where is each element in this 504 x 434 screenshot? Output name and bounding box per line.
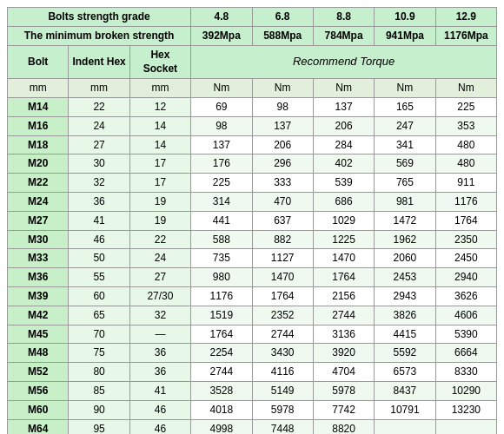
- table-row: M16241498137206247353: [8, 116, 497, 135]
- hex-cell: 32: [129, 306, 190, 325]
- indent-unit: mm: [69, 79, 129, 98]
- nm3-cell: 1470: [313, 249, 374, 268]
- nm2-cell: 1470: [252, 268, 313, 287]
- main-container: Bolts strength grade 4.8 6.8 8.8 10.9 12…: [0, 0, 504, 434]
- nm5-cell: 911: [435, 174, 496, 193]
- grade-109: 10.9: [375, 8, 435, 27]
- recommend-torque-header: Recommend Torque: [191, 45, 497, 79]
- grade-48: 4.8: [191, 8, 252, 27]
- mpa-68: 588Mpa: [252, 26, 313, 45]
- bolt-cell: M36: [8, 268, 69, 287]
- bolt-cell: M22: [8, 174, 69, 193]
- hex-cell: 46: [129, 400, 190, 419]
- nm5-cell: 1176: [435, 192, 496, 211]
- nm5-cell: 10290: [435, 381, 496, 400]
- nm4-cell: 8437: [375, 381, 435, 400]
- mpa-48: 392Mpa: [191, 26, 252, 45]
- nm5-cell: 5390: [435, 325, 496, 344]
- indent-cell: 80: [69, 363, 129, 382]
- nm5-cell: 4606: [435, 306, 496, 325]
- torque-table: Bolts strength grade 4.8 6.8 8.8 10.9 12…: [7, 7, 497, 434]
- min-broken-label: The minimum broken strength: [8, 26, 191, 45]
- bolt-cell: M16: [8, 116, 69, 135]
- table-row: M304622588882122519622350: [8, 230, 497, 249]
- bolt-cell: M60: [8, 400, 69, 419]
- nm5-cell: 480: [435, 155, 496, 174]
- nm4-cell: 10791: [375, 400, 435, 419]
- table-row: M52803627444116470465738330: [8, 363, 497, 382]
- nm3-cell: 7742: [313, 400, 374, 419]
- hex-cell: 17: [129, 155, 190, 174]
- bolt-cell: M48: [8, 344, 69, 363]
- nm2-cell: 1764: [252, 286, 313, 306]
- nm4-unit: Nm: [375, 79, 435, 98]
- nm2-cell: 882: [252, 230, 313, 249]
- nm4-cell: 2060: [375, 249, 435, 268]
- mpa-129: 1176Mpa: [435, 26, 496, 45]
- bolt-cell: M14: [8, 97, 69, 116]
- nm2-cell: 470: [252, 192, 313, 211]
- bolt-cell: M27: [8, 211, 69, 230]
- bolt-cell: M39: [8, 286, 69, 306]
- bolt-cell: M45: [8, 325, 69, 344]
- col-header-row: Bolt Indent Hex Hex Socket Recommend Tor…: [8, 45, 497, 79]
- nm4-cell: 247: [375, 116, 435, 135]
- nm5-cell: 3626: [435, 286, 496, 306]
- hex-cell: 24: [129, 249, 190, 268]
- nm1-cell: 980: [191, 268, 252, 287]
- nm2-cell: 5978: [252, 400, 313, 419]
- indent-cell: 50: [69, 249, 129, 268]
- grade-label-cell: Bolts strength grade: [8, 8, 191, 27]
- nm3-cell: 539: [313, 174, 374, 193]
- table-row: M203017176296402569480: [8, 155, 497, 174]
- nm4-cell: 5592: [375, 344, 435, 363]
- nm4-cell: 765: [375, 174, 435, 193]
- bolt-header: Bolt: [8, 45, 69, 79]
- table-row: M649546499874488820: [8, 419, 497, 434]
- indent-cell: 65: [69, 306, 129, 325]
- nm3-cell: 4704: [313, 363, 374, 382]
- nm3-cell: 402: [313, 155, 374, 174]
- nm2-cell: 333: [252, 174, 313, 193]
- nm4-cell: [375, 419, 435, 434]
- nm2-cell: 206: [252, 135, 313, 155]
- nm3-cell: 2156: [313, 286, 374, 306]
- nm5-cell: [435, 419, 496, 434]
- nm1-cell: 3528: [191, 381, 252, 400]
- hex-cell: 36: [129, 344, 190, 363]
- indent-cell: 27: [69, 135, 129, 155]
- nm3-cell: 137: [313, 97, 374, 116]
- indent-cell: 60: [69, 286, 129, 306]
- nm1-cell: 1764: [191, 325, 252, 344]
- indent-cell: 30: [69, 155, 129, 174]
- nm2-cell: 637: [252, 211, 313, 230]
- nm4-cell: 981: [375, 192, 435, 211]
- indent-cell: 75: [69, 344, 129, 363]
- nm1-cell: 98: [191, 116, 252, 135]
- nm1-cell: 735: [191, 249, 252, 268]
- hex-cell: 14: [129, 135, 190, 155]
- nm2-cell: 2744: [252, 325, 313, 344]
- nm1-cell: 4018: [191, 400, 252, 419]
- indent-cell: 90: [69, 400, 129, 419]
- hex-cell: —: [129, 325, 190, 344]
- bolt-cell: M20: [8, 155, 69, 174]
- nm1-cell: 588: [191, 230, 252, 249]
- table-row: M4570—17642744313644155390: [8, 325, 497, 344]
- nm3-cell: 3920: [313, 344, 374, 363]
- hex-cell: 27: [129, 268, 190, 287]
- nm4-cell: 3826: [375, 306, 435, 325]
- nm2-cell: 296: [252, 155, 313, 174]
- hex-cell: 41: [129, 381, 190, 400]
- bolt-cell: M30: [8, 230, 69, 249]
- hex-cell: 22: [129, 230, 190, 249]
- nm1-cell: 1519: [191, 306, 252, 325]
- indent-cell: 85: [69, 381, 129, 400]
- table-row: M2436193144706869811176: [8, 192, 497, 211]
- nm5-cell: 480: [435, 135, 496, 155]
- nm5-cell: 2350: [435, 230, 496, 249]
- grade-88: 8.8: [313, 8, 374, 27]
- nm1-cell: 176: [191, 155, 252, 174]
- indent-cell: 46: [69, 230, 129, 249]
- nm3-cell: 3136: [313, 325, 374, 344]
